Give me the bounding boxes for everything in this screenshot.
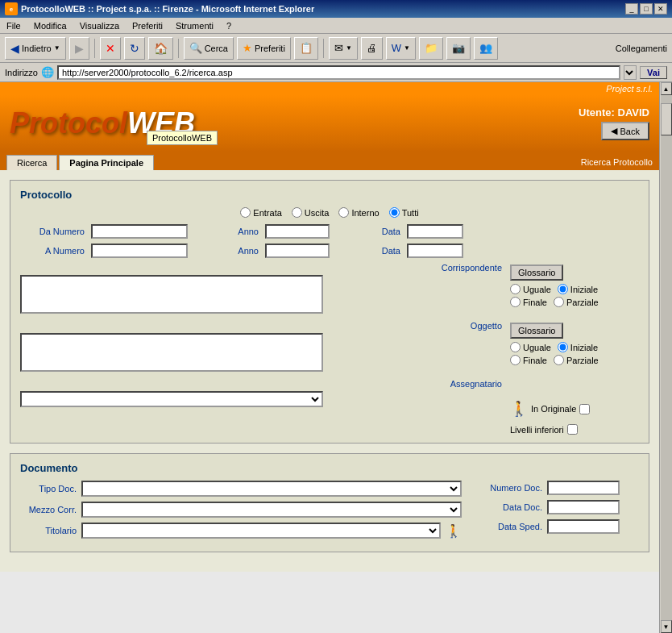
assegnatario-select[interactable]	[20, 391, 323, 407]
menu-preferiti[interactable]: Preferiti	[129, 20, 166, 31]
glossario-button-1[interactable]: Glossario	[510, 264, 563, 281]
ogg-finale-input[interactable]	[510, 355, 521, 365]
radio-entrata[interactable]: Entrata	[240, 207, 281, 218]
anno-label-2: Anno	[194, 246, 259, 256]
corr-iniziale-input[interactable]	[558, 284, 568, 294]
radio-interno[interactable]: Interno	[338, 207, 379, 218]
refresh-button[interactable]: ↻	[124, 37, 145, 60]
anno-input-2[interactable]	[265, 244, 330, 258]
radio-tutti-input[interactable]	[389, 207, 400, 218]
radio-interno-input[interactable]	[338, 207, 349, 218]
data-sped-input[interactable]	[547, 519, 620, 534]
favorites-button[interactable]: ★ Preferiti	[237, 37, 291, 60]
radio-uscita-input[interactable]	[292, 207, 302, 218]
corrispondente-label: Corrispondente	[442, 263, 502, 273]
folder-button[interactable]: 📁	[419, 37, 443, 60]
stop-button[interactable]: ✕	[100, 37, 121, 60]
user-name: DAVID	[618, 106, 649, 119]
ogg-uguale-input[interactable]	[510, 342, 521, 352]
form-area: Protocollo Entrata Uscita Interno	[0, 170, 659, 572]
numero-doc-input[interactable]	[547, 481, 620, 495]
glossario-button-2[interactable]: Glossario	[510, 323, 563, 339]
titolario-select[interactable]	[81, 523, 441, 539]
mezzo-corr-select[interactable]	[81, 502, 462, 518]
radio-uscita[interactable]: Uscita	[292, 207, 330, 218]
mail-button[interactable]: ✉ ▼	[329, 37, 358, 60]
in-originale-checkbox[interactable]	[579, 404, 590, 414]
a-numero-row: A Numero Anno Data	[20, 244, 639, 258]
word-button[interactable]: W ▼	[386, 37, 416, 60]
address-input[interactable]	[57, 65, 620, 80]
print-icon: 🖨	[367, 42, 377, 54]
ogg-iniziale[interactable]: Iniziale	[558, 342, 598, 352]
content-area: Project s.r.l. ProtocolWEB ProtocolloWEB…	[0, 82, 672, 633]
ogg-uguale[interactable]: Uguale	[510, 342, 551, 352]
scrollbar[interactable]: ▲ ▼	[659, 82, 672, 633]
separator-1	[94, 39, 95, 58]
oggetto-textarea[interactable]	[20, 333, 323, 372]
back-app-button[interactable]: ◀ Back	[601, 122, 649, 140]
word-dropdown-icon[interactable]: ▼	[404, 44, 410, 52]
corr-uguale-input[interactable]	[510, 284, 521, 294]
media-button[interactable]: 📷	[446, 37, 471, 60]
back-dropdown-icon[interactable]: ▼	[54, 44, 60, 52]
print-button[interactable]: 🖨	[361, 37, 383, 60]
corr-uguale[interactable]: Uguale	[510, 284, 551, 294]
scroll-track[interactable]	[661, 95, 672, 620]
address-dropdown[interactable]	[624, 65, 637, 80]
history-button[interactable]: 📋	[294, 37, 318, 60]
page-icon: 🌐	[41, 66, 54, 78]
a-numero-input[interactable]	[91, 244, 188, 258]
scroll-thumb[interactable]	[661, 103, 672, 135]
ogg-iniziale-input[interactable]	[558, 342, 568, 352]
mail-dropdown-icon[interactable]: ▼	[346, 44, 352, 52]
tab-ricerca[interactable]: Ricerca	[6, 155, 57, 170]
users-button[interactable]: 👥	[474, 37, 498, 60]
back-button[interactable]: ◀ Indietro ▼	[5, 37, 66, 60]
menu-modifica[interactable]: Modifica	[31, 20, 70, 31]
corr-iniziale[interactable]: Iniziale	[558, 284, 598, 294]
in-originale-label: In Originale	[531, 404, 576, 414]
scroll-up-button[interactable]: ▲	[661, 82, 672, 95]
ogg-parziale-input[interactable]	[554, 355, 564, 365]
data-sped-label: Data Sped.	[478, 522, 542, 531]
menu-help[interactable]: ?	[223, 20, 234, 31]
menu-strumenti[interactable]: Strumenti	[172, 20, 217, 31]
livelli-inferiori-checkbox[interactable]	[567, 424, 578, 435]
originale-row: 🚶 In Originale	[510, 400, 639, 418]
doc-right: Numero Doc. Data Doc. Data Sped.	[478, 481, 639, 543]
data-doc-input[interactable]	[547, 500, 620, 514]
go-button[interactable]: Vai	[640, 66, 667, 79]
search-button[interactable]: 🔍 Cerca	[184, 37, 234, 60]
tab-pagina-principale[interactable]: Pagina Principale	[59, 155, 154, 170]
corr-parziale-input[interactable]	[554, 297, 564, 307]
corrispondente-textarea[interactable]	[20, 275, 323, 314]
anno-input-1[interactable]	[265, 224, 330, 239]
tipo-doc-row: Tipo Doc.	[20, 481, 462, 497]
data-input-2[interactable]	[407, 244, 463, 258]
window-controls[interactable]: _ □ ✕	[625, 3, 667, 15]
scroll-down-button[interactable]: ▼	[661, 620, 672, 633]
search-label: Cerca	[205, 44, 228, 53]
corr-finale[interactable]: Finale	[510, 297, 547, 307]
data-input-1[interactable]	[407, 224, 463, 239]
forward-button[interactable]: ▶	[69, 37, 89, 60]
menu-visualizza[interactable]: Visualizza	[77, 20, 122, 31]
minimize-button[interactable]: _	[625, 3, 638, 15]
menu-file[interactable]: File	[3, 20, 24, 31]
ogg-parziale[interactable]: Parziale	[554, 355, 599, 365]
da-numero-input[interactable]	[91, 224, 188, 239]
project-bar: Project s.r.l.	[0, 82, 659, 95]
title-bar: e ProtocolloWEB :: Project s.p.a. :: Fir…	[0, 0, 672, 18]
home-button[interactable]: 🏠	[148, 37, 173, 60]
close-button[interactable]: ✕	[654, 3, 667, 15]
tipo-doc-select[interactable]	[81, 481, 462, 497]
corr-finale-input[interactable]	[510, 297, 521, 307]
tooltip-box: ProtocolloWEB	[147, 131, 218, 145]
radio-entrata-input[interactable]	[240, 207, 251, 218]
radio-tutti[interactable]: Tutti	[389, 207, 419, 218]
corr-parziale[interactable]: Parziale	[554, 297, 599, 307]
history-icon: 📋	[300, 42, 313, 54]
ogg-finale[interactable]: Finale	[510, 355, 547, 365]
maximize-button[interactable]: □	[640, 3, 653, 15]
